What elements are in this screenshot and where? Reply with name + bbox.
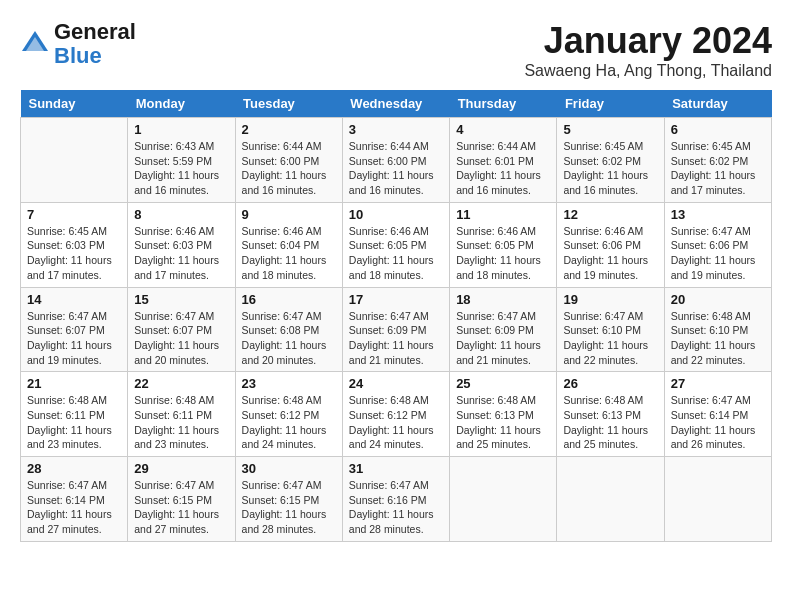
day-number: 10 <box>349 207 443 222</box>
day-number: 14 <box>27 292 121 307</box>
calendar-table: SundayMondayTuesdayWednesdayThursdayFrid… <box>20 90 772 542</box>
day-cell <box>557 457 664 542</box>
day-number: 8 <box>134 207 228 222</box>
day-number: 3 <box>349 122 443 137</box>
day-number: 5 <box>563 122 657 137</box>
day-cell <box>664 457 771 542</box>
day-info: Sunrise: 6:44 AMSunset: 6:00 PMDaylight:… <box>349 139 443 198</box>
day-info: Sunrise: 6:48 AMSunset: 6:13 PMDaylight:… <box>563 393 657 452</box>
day-number: 18 <box>456 292 550 307</box>
day-cell: 25Sunrise: 6:48 AMSunset: 6:13 PMDayligh… <box>450 372 557 457</box>
day-info: Sunrise: 6:45 AMSunset: 6:02 PMDaylight:… <box>671 139 765 198</box>
week-row-3: 14Sunrise: 6:47 AMSunset: 6:07 PMDayligh… <box>21 287 772 372</box>
day-number: 12 <box>563 207 657 222</box>
day-cell: 19Sunrise: 6:47 AMSunset: 6:10 PMDayligh… <box>557 287 664 372</box>
day-number: 1 <box>134 122 228 137</box>
day-number: 7 <box>27 207 121 222</box>
day-info: Sunrise: 6:47 AMSunset: 6:16 PMDaylight:… <box>349 478 443 537</box>
day-cell: 20Sunrise: 6:48 AMSunset: 6:10 PMDayligh… <box>664 287 771 372</box>
week-row-1: 1Sunrise: 6:43 AMSunset: 5:59 PMDaylight… <box>21 118 772 203</box>
day-number: 29 <box>134 461 228 476</box>
day-number: 2 <box>242 122 336 137</box>
day-info: Sunrise: 6:47 AMSunset: 6:15 PMDaylight:… <box>242 478 336 537</box>
day-cell: 12Sunrise: 6:46 AMSunset: 6:06 PMDayligh… <box>557 202 664 287</box>
logo-text: General Blue <box>54 20 136 68</box>
day-info: Sunrise: 6:47 AMSunset: 6:09 PMDaylight:… <box>349 309 443 368</box>
calendar-title: January 2024 <box>524 20 772 62</box>
day-number: 31 <box>349 461 443 476</box>
day-cell: 2Sunrise: 6:44 AMSunset: 6:00 PMDaylight… <box>235 118 342 203</box>
week-row-4: 21Sunrise: 6:48 AMSunset: 6:11 PMDayligh… <box>21 372 772 457</box>
logo-line2: Blue <box>54 43 102 68</box>
day-info: Sunrise: 6:47 AMSunset: 6:14 PMDaylight:… <box>671 393 765 452</box>
day-number: 16 <box>242 292 336 307</box>
day-info: Sunrise: 6:48 AMSunset: 6:12 PMDaylight:… <box>242 393 336 452</box>
logo: General Blue <box>20 20 136 68</box>
day-info: Sunrise: 6:47 AMSunset: 6:09 PMDaylight:… <box>456 309 550 368</box>
day-info: Sunrise: 6:45 AMSunset: 6:03 PMDaylight:… <box>27 224 121 283</box>
day-number: 27 <box>671 376 765 391</box>
day-info: Sunrise: 6:46 AMSunset: 6:03 PMDaylight:… <box>134 224 228 283</box>
logo-icon <box>20 29 50 59</box>
day-cell: 7Sunrise: 6:45 AMSunset: 6:03 PMDaylight… <box>21 202 128 287</box>
col-header-thursday: Thursday <box>450 90 557 118</box>
day-info: Sunrise: 6:43 AMSunset: 5:59 PMDaylight:… <box>134 139 228 198</box>
day-number: 15 <box>134 292 228 307</box>
day-cell: 4Sunrise: 6:44 AMSunset: 6:01 PMDaylight… <box>450 118 557 203</box>
day-number: 26 <box>563 376 657 391</box>
day-number: 21 <box>27 376 121 391</box>
day-cell: 26Sunrise: 6:48 AMSunset: 6:13 PMDayligh… <box>557 372 664 457</box>
week-row-2: 7Sunrise: 6:45 AMSunset: 6:03 PMDaylight… <box>21 202 772 287</box>
day-cell: 18Sunrise: 6:47 AMSunset: 6:09 PMDayligh… <box>450 287 557 372</box>
day-number: 6 <box>671 122 765 137</box>
day-cell: 27Sunrise: 6:47 AMSunset: 6:14 PMDayligh… <box>664 372 771 457</box>
header-row: SundayMondayTuesdayWednesdayThursdayFrid… <box>21 90 772 118</box>
day-cell: 16Sunrise: 6:47 AMSunset: 6:08 PMDayligh… <box>235 287 342 372</box>
day-info: Sunrise: 6:46 AMSunset: 6:05 PMDaylight:… <box>456 224 550 283</box>
day-number: 13 <box>671 207 765 222</box>
day-info: Sunrise: 6:46 AMSunset: 6:04 PMDaylight:… <box>242 224 336 283</box>
col-header-friday: Friday <box>557 90 664 118</box>
day-cell: 11Sunrise: 6:46 AMSunset: 6:05 PMDayligh… <box>450 202 557 287</box>
day-number: 25 <box>456 376 550 391</box>
day-number: 20 <box>671 292 765 307</box>
day-info: Sunrise: 6:48 AMSunset: 6:10 PMDaylight:… <box>671 309 765 368</box>
day-info: Sunrise: 6:47 AMSunset: 6:07 PMDaylight:… <box>134 309 228 368</box>
day-cell: 9Sunrise: 6:46 AMSunset: 6:04 PMDaylight… <box>235 202 342 287</box>
day-cell: 23Sunrise: 6:48 AMSunset: 6:12 PMDayligh… <box>235 372 342 457</box>
title-block: January 2024 Sawaeng Ha, Ang Thong, Thai… <box>524 20 772 80</box>
day-cell: 28Sunrise: 6:47 AMSunset: 6:14 PMDayligh… <box>21 457 128 542</box>
day-cell: 31Sunrise: 6:47 AMSunset: 6:16 PMDayligh… <box>342 457 449 542</box>
day-cell: 5Sunrise: 6:45 AMSunset: 6:02 PMDaylight… <box>557 118 664 203</box>
day-number: 28 <box>27 461 121 476</box>
day-cell: 29Sunrise: 6:47 AMSunset: 6:15 PMDayligh… <box>128 457 235 542</box>
day-cell <box>21 118 128 203</box>
day-cell <box>450 457 557 542</box>
page-container: General Blue January 2024 Sawaeng Ha, An… <box>20 20 772 542</box>
header: General Blue January 2024 Sawaeng Ha, An… <box>20 20 772 80</box>
day-cell: 30Sunrise: 6:47 AMSunset: 6:15 PMDayligh… <box>235 457 342 542</box>
day-info: Sunrise: 6:45 AMSunset: 6:02 PMDaylight:… <box>563 139 657 198</box>
day-cell: 13Sunrise: 6:47 AMSunset: 6:06 PMDayligh… <box>664 202 771 287</box>
day-info: Sunrise: 6:47 AMSunset: 6:14 PMDaylight:… <box>27 478 121 537</box>
col-header-monday: Monday <box>128 90 235 118</box>
logo-line1: General <box>54 19 136 44</box>
day-cell: 15Sunrise: 6:47 AMSunset: 6:07 PMDayligh… <box>128 287 235 372</box>
week-row-5: 28Sunrise: 6:47 AMSunset: 6:14 PMDayligh… <box>21 457 772 542</box>
day-cell: 1Sunrise: 6:43 AMSunset: 5:59 PMDaylight… <box>128 118 235 203</box>
day-info: Sunrise: 6:46 AMSunset: 6:05 PMDaylight:… <box>349 224 443 283</box>
day-info: Sunrise: 6:48 AMSunset: 6:11 PMDaylight:… <box>134 393 228 452</box>
day-cell: 21Sunrise: 6:48 AMSunset: 6:11 PMDayligh… <box>21 372 128 457</box>
day-cell: 14Sunrise: 6:47 AMSunset: 6:07 PMDayligh… <box>21 287 128 372</box>
day-cell: 22Sunrise: 6:48 AMSunset: 6:11 PMDayligh… <box>128 372 235 457</box>
day-number: 9 <box>242 207 336 222</box>
day-info: Sunrise: 6:46 AMSunset: 6:06 PMDaylight:… <box>563 224 657 283</box>
day-number: 22 <box>134 376 228 391</box>
col-header-saturday: Saturday <box>664 90 771 118</box>
day-info: Sunrise: 6:48 AMSunset: 6:13 PMDaylight:… <box>456 393 550 452</box>
calendar-subtitle: Sawaeng Ha, Ang Thong, Thailand <box>524 62 772 80</box>
day-number: 24 <box>349 376 443 391</box>
day-cell: 6Sunrise: 6:45 AMSunset: 6:02 PMDaylight… <box>664 118 771 203</box>
day-cell: 3Sunrise: 6:44 AMSunset: 6:00 PMDaylight… <box>342 118 449 203</box>
col-header-sunday: Sunday <box>21 90 128 118</box>
